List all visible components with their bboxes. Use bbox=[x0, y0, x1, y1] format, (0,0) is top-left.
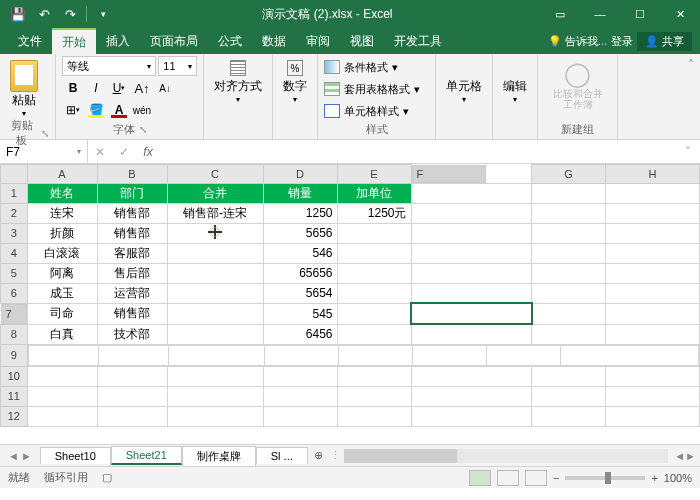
cell[interactable] bbox=[532, 183, 606, 203]
cell[interactable]: 5656 bbox=[263, 223, 337, 243]
cell[interactable] bbox=[167, 243, 263, 263]
paste-button[interactable]: 粘贴 ▾ bbox=[6, 56, 42, 118]
cell-styles-button[interactable]: 单元格样式 ▾ bbox=[324, 100, 429, 122]
cell[interactable]: 姓名 bbox=[27, 183, 97, 203]
row-4[interactable]: 4 bbox=[1, 243, 28, 263]
row-5[interactable]: 5 bbox=[1, 263, 28, 283]
bold-button[interactable]: B bbox=[62, 78, 84, 98]
cell[interactable]: 司命 bbox=[27, 303, 97, 324]
col-F[interactable]: F bbox=[412, 165, 486, 183]
cell[interactable] bbox=[167, 324, 263, 344]
ribbon-options-icon[interactable]: ▭ bbox=[540, 0, 580, 28]
redo-icon[interactable]: ↷ bbox=[58, 2, 82, 26]
zoom-percent[interactable]: 100% bbox=[664, 472, 692, 484]
clipboard-launcher-icon[interactable]: ⤡ bbox=[41, 128, 49, 139]
sheet-tab-2[interactable]: Sheet21 bbox=[111, 446, 182, 465]
tab-layout[interactable]: 页面布局 bbox=[140, 28, 208, 54]
cell[interactable] bbox=[532, 283, 606, 303]
macro-record-icon[interactable]: ▢ bbox=[102, 471, 112, 484]
tab-review[interactable]: 审阅 bbox=[296, 28, 340, 54]
row-2[interactable]: 2 bbox=[1, 203, 28, 223]
cell[interactable] bbox=[411, 243, 532, 263]
close-icon[interactable]: ✕ bbox=[660, 0, 700, 28]
cell[interactable] bbox=[532, 203, 606, 223]
cell[interactable] bbox=[337, 263, 411, 283]
col-G[interactable]: G bbox=[532, 165, 606, 184]
zoom-slider[interactable] bbox=[565, 476, 645, 480]
cell[interactable] bbox=[532, 223, 606, 243]
cell[interactable]: 白滚滚 bbox=[27, 243, 97, 263]
cell[interactable]: 客服部 bbox=[97, 243, 167, 263]
cell[interactable] bbox=[411, 283, 532, 303]
col-H[interactable]: H bbox=[606, 165, 700, 184]
sheet-tab-4[interactable]: Sl ... bbox=[256, 447, 308, 464]
collapse-ribbon-icon[interactable]: ˄ bbox=[682, 54, 700, 139]
number-button[interactable]: %数字▾ bbox=[279, 56, 311, 104]
cell[interactable]: 售后部 bbox=[97, 263, 167, 283]
tab-insert[interactable]: 插入 bbox=[96, 28, 140, 54]
cell[interactable]: 运营部 bbox=[97, 283, 167, 303]
cell[interactable] bbox=[532, 303, 606, 324]
share-button[interactable]: 👤 共享 bbox=[637, 32, 692, 51]
cell[interactable] bbox=[167, 303, 263, 324]
cell[interactable]: 546 bbox=[263, 243, 337, 263]
row-6[interactable]: 6 bbox=[1, 283, 28, 303]
cell[interactable] bbox=[606, 223, 700, 243]
cell[interactable] bbox=[411, 183, 532, 203]
fx-icon[interactable]: fx bbox=[136, 140, 160, 164]
new-sheet-icon[interactable]: ⊕ bbox=[308, 449, 330, 462]
row-12[interactable]: 12 bbox=[1, 406, 28, 426]
cell[interactable] bbox=[167, 263, 263, 283]
row-11[interactable]: 11 bbox=[1, 386, 28, 406]
cells-button[interactable]: 单元格▾ bbox=[442, 74, 486, 104]
cell[interactable] bbox=[337, 303, 411, 324]
qa-dropdown-icon[interactable]: ▾ bbox=[91, 2, 115, 26]
cell-F7-active[interactable] bbox=[411, 303, 532, 324]
grow-font-icon[interactable]: A↑ bbox=[131, 78, 153, 98]
tab-next-icon[interactable]: ► bbox=[21, 450, 32, 462]
cell[interactable]: 连宋 bbox=[27, 203, 97, 223]
cell[interactable] bbox=[411, 203, 532, 223]
cell[interactable]: 成玉 bbox=[27, 283, 97, 303]
maximize-icon[interactable]: ☐ bbox=[620, 0, 660, 28]
cell[interactable] bbox=[411, 223, 532, 243]
cell[interactable]: 1250元 bbox=[337, 203, 411, 223]
cell[interactable] bbox=[606, 243, 700, 263]
cell[interactable] bbox=[337, 243, 411, 263]
col-A[interactable]: A bbox=[27, 165, 97, 184]
cell[interactable] bbox=[606, 324, 700, 344]
font-name-select[interactable]: 等线▾ bbox=[62, 56, 156, 76]
font-size-select[interactable]: 11▾ bbox=[158, 56, 197, 76]
italic-button[interactable]: I bbox=[85, 78, 107, 98]
font-color-button[interactable]: A bbox=[108, 100, 130, 120]
tab-dev[interactable]: 开发工具 bbox=[384, 28, 452, 54]
cell[interactable]: 阿离 bbox=[27, 263, 97, 283]
cell[interactable]: 545 bbox=[263, 303, 337, 324]
row-8[interactable]: 8 bbox=[1, 324, 28, 344]
tab-formula[interactable]: 公式 bbox=[208, 28, 252, 54]
alignment-button[interactable]: 对齐方式▾ bbox=[210, 56, 266, 104]
row-7[interactable]: 7 bbox=[1, 304, 27, 324]
edit-button[interactable]: 编辑▾ bbox=[499, 74, 531, 104]
col-B[interactable]: B bbox=[97, 165, 167, 184]
cell[interactable]: 销售部 bbox=[97, 303, 167, 324]
spreadsheet-grid[interactable]: A B C D E F G H 1 姓名 部门 合并 销量 加单位 2 连宋 销… bbox=[0, 164, 700, 444]
tab-home[interactable]: 开始 bbox=[52, 28, 96, 54]
tab-prev-icon[interactable]: ◄ bbox=[8, 450, 19, 462]
row-1[interactable]: 1 bbox=[1, 183, 28, 203]
cell[interactable]: 技术部 bbox=[97, 324, 167, 344]
sheet-tab-3[interactable]: 制作桌牌 bbox=[182, 446, 256, 466]
sheet-tab-1[interactable]: Sheet10 bbox=[40, 447, 111, 464]
tab-view[interactable]: 视图 bbox=[340, 28, 384, 54]
border-button[interactable]: ⊞▾ bbox=[62, 100, 84, 120]
col-C[interactable]: C bbox=[167, 165, 263, 184]
login-link[interactable]: 登录 bbox=[611, 34, 633, 49]
underline-button[interactable]: U▾ bbox=[108, 78, 130, 98]
cell[interactable] bbox=[411, 263, 532, 283]
minimize-icon[interactable]: — bbox=[580, 0, 620, 28]
table-format-button[interactable]: 套用表格格式 ▾ bbox=[324, 78, 429, 100]
row-10[interactable]: 10 bbox=[1, 366, 28, 386]
save-icon[interactable]: 💾 bbox=[6, 2, 30, 26]
shrink-font-icon[interactable]: A↓ bbox=[154, 78, 176, 98]
font-launcher-icon[interactable]: ⤡ bbox=[139, 124, 147, 135]
